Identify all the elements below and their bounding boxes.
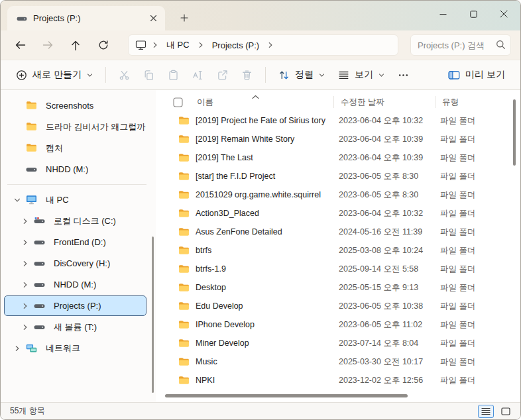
file-type: 파일 폴더 — [440, 171, 503, 182]
column-header-date[interactable]: 수정한 날짜 — [333, 96, 435, 108]
vertical-scrollbar[interactable] — [513, 99, 516, 166]
sidebar-item[interactable]: FrontEnd (D:) — [4, 232, 146, 252]
chevron-right-icon[interactable] — [18, 280, 32, 290]
sidebar-item-label: 드라마 김비서가 왜그럴까 OST — [46, 121, 146, 133]
rename-button[interactable] — [186, 63, 209, 87]
file-row[interactable]: 20151029 org.game.white.squirrel 2023-06… — [165, 185, 503, 204]
folder-icon — [178, 356, 196, 368]
file-row[interactable]: [2019] Project he Fate of Sirius tory 20… — [165, 111, 503, 130]
sidebar-item[interactable]: 로컬 디스크 (C:) — [4, 211, 146, 231]
chevron-right-icon[interactable] — [10, 343, 25, 354]
chevron-right-icon[interactable] — [18, 237, 32, 248]
sidebar-item[interactable]: DisCovery (H:) — [4, 253, 146, 274]
sort-button-label: 정렬 — [295, 69, 314, 81]
file-row[interactable]: Action3D_Placed 2023-06-04 오후 10:32 파일 폴… — [165, 204, 503, 223]
new-button[interactable]: 새로 만들기 — [10, 63, 99, 87]
command-toolbar: 새로 만들기 정렬 보기 — [1, 60, 520, 90]
file-row[interactable]: Edu Develop 2023-06-05 오후 10:38 파일 폴더 — [165, 297, 503, 315]
file-row[interactable]: [2019] The Last 2023-06-04 오후 10:39 파일 폴… — [165, 148, 503, 167]
sidebar-item-label: Screenshots — [46, 101, 93, 111]
sidebar-item[interactable]: NHDD (M:) — [4, 274, 146, 295]
chevron-right-icon[interactable] — [18, 258, 32, 269]
sidebar-item[interactable]: 내 PC — [4, 189, 146, 210]
horizontal-scrollbar-thumb[interactable] — [165, 394, 408, 397]
column-label-name: 이름 — [197, 97, 213, 108]
file-name: [2019] The Last — [196, 153, 339, 162]
sidebar-item[interactable]: NHDD (M:) — [4, 159, 146, 180]
view-button[interactable]: 보기 — [332, 63, 390, 87]
icons-view-button[interactable] — [498, 405, 514, 418]
column-header-type[interactable]: 유형 — [435, 96, 503, 108]
file-row[interactable]: NPKI 2023-12-02 오후 12:56 파일 폴더 — [165, 371, 503, 390]
up-button[interactable] — [63, 34, 88, 56]
sidebar-scrollbar[interactable] — [152, 236, 154, 393]
paste-button[interactable] — [162, 63, 185, 87]
file-row[interactable]: IPhone Develop 2023-06-05 오후 11:02 파일 폴더 — [165, 315, 503, 334]
close-tab-button[interactable] — [145, 11, 161, 26]
file-row[interactable]: Music 2025-03-30 오전 10:17 파일 폴더 — [165, 352, 503, 371]
refresh-button[interactable] — [91, 34, 116, 56]
new-tab-button[interactable] — [174, 8, 194, 28]
select-all-checkbox[interactable] — [173, 97, 183, 107]
drive-icon — [34, 279, 46, 290]
file-date: 2023-06-05 오후 10:38 — [339, 301, 440, 312]
disk-icon — [34, 215, 46, 227]
view-button-label: 보기 — [355, 69, 373, 81]
chevron-right-icon — [198, 42, 204, 48]
close-window-button[interactable] — [489, 2, 519, 26]
chevron-right-icon[interactable] — [18, 301, 32, 311]
file-type: 파일 폴더 — [440, 208, 503, 219]
new-button-label: 새로 만들기 — [32, 69, 82, 81]
sidebar-divider — [7, 184, 146, 185]
back-button[interactable] — [7, 34, 32, 56]
breadcrumb-projects[interactable]: Projects (P:) — [209, 39, 262, 52]
breadcrumb-my-pc[interactable]: 내 PC — [164, 38, 192, 52]
file-date: 2025-03-08 오후 10:24 — [339, 245, 440, 256]
file-name: Music — [196, 357, 339, 366]
file-explorer-window: Projects (P:) — [0, 0, 521, 420]
maximize-icon — [470, 11, 477, 18]
file-type: 파일 폴더 — [440, 227, 503, 238]
column-header-name[interactable]: 이름 — [193, 93, 333, 111]
delete-button[interactable] — [235, 63, 259, 87]
sidebar-item[interactable]: Screenshots — [4, 95, 146, 116]
maximize-button[interactable] — [458, 2, 489, 26]
file-row[interactable]: Asus ZenFone Detailed 2024-05-16 오전 11:3… — [165, 223, 503, 241]
folder-icon — [26, 100, 38, 111]
sidebar-item[interactable]: 네트워크 — [4, 338, 146, 358]
details-view-button[interactable] — [478, 405, 494, 418]
sidebar-item-label: DisCovery (H:) — [54, 258, 110, 268]
cut-button[interactable] — [113, 63, 136, 87]
file-row[interactable]: [2019] Remain White Story 2023-06-04 오후 … — [165, 130, 503, 148]
share-button[interactable] — [211, 63, 234, 87]
sidebar-item[interactable]: Projects (P:) — [4, 295, 146, 316]
file-row[interactable]: btrfs 2025-03-08 오후 10:24 파일 폴더 — [165, 241, 503, 260]
file-name: [star] the F.I.D Project — [196, 172, 339, 181]
more-button[interactable] — [392, 63, 415, 87]
forward-button[interactable] — [35, 34, 60, 56]
chevron-down-icon[interactable] — [10, 195, 25, 205]
toolbar-separator — [265, 67, 266, 83]
horizontal-scrollbar[interactable] — [165, 394, 498, 399]
chevron-right-icon[interactable] — [18, 216, 32, 227]
address-bar[interactable]: 내 PC Projects (P:) — [128, 34, 398, 56]
file-type: 파일 폴더 — [440, 356, 503, 368]
file-row[interactable]: [star] the F.I.D Project 2023-06-05 오후 8… — [165, 167, 503, 185]
minimize-button[interactable] — [428, 2, 458, 26]
minimize-icon — [439, 11, 447, 18]
file-type: 파일 폴더 — [440, 115, 503, 127]
copy-button[interactable] — [137, 63, 160, 87]
chevron-right-icon[interactable] — [18, 322, 32, 333]
chevron-down-icon — [87, 72, 93, 78]
preview-button[interactable]: 미리 보기 — [442, 63, 511, 87]
sidebar-item[interactable]: 새 볼륨 (T:) — [4, 317, 146, 337]
file-row[interactable]: Desktop 2025-05-15 오후 9:13 파일 폴더 — [165, 278, 503, 297]
preview-button-label: 미리 보기 — [465, 69, 505, 81]
sort-button[interactable]: 정렬 — [272, 63, 331, 87]
file-row[interactable]: Miner Develop 2023-07-14 오후 8:04 파일 폴더 — [165, 334, 503, 352]
sidebar-item[interactable]: 드라마 김비서가 왜그럴까 OST — [4, 117, 146, 137]
file-row[interactable]: btrfs-1.9 2025-09-14 오전 5:58 파일 폴더 — [165, 260, 503, 278]
sidebar-item[interactable]: 캡처 — [4, 138, 146, 158]
this-pc-icon — [135, 40, 146, 50]
tab-projects[interactable]: Projects (P:) — [7, 6, 165, 30]
